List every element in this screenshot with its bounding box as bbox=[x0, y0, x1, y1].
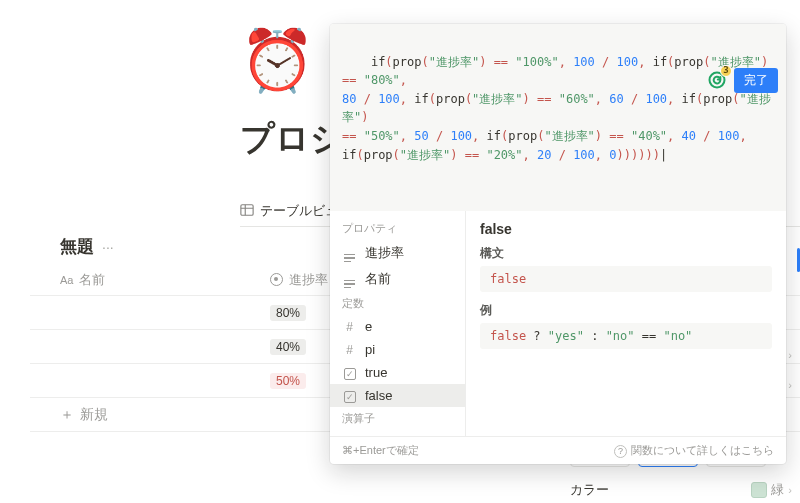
formula-footer: ⌘+Enterで確定 ?関数について詳しくはこちら bbox=[330, 436, 786, 464]
number-icon: # bbox=[342, 343, 357, 357]
syntax-body: false bbox=[480, 266, 772, 292]
chevron-right-icon: › bbox=[788, 379, 792, 391]
text-property-icon bbox=[342, 244, 357, 262]
formula-input[interactable]: if(prop("進捗率") == "100%", 100 / 100, if(… bbox=[330, 24, 786, 211]
reference-item-label: pi bbox=[365, 342, 375, 357]
section-operators: 演算子 bbox=[330, 407, 465, 430]
color-row[interactable]: カラー 緑 › bbox=[570, 475, 792, 503]
color-value: 緑 bbox=[771, 481, 784, 499]
chevron-right-icon: › bbox=[788, 484, 792, 496]
reference-item[interactable]: false bbox=[330, 384, 465, 407]
example-label: 例 bbox=[480, 302, 772, 319]
confirm-hint: ⌘+Enterで確定 bbox=[342, 443, 419, 458]
formula-editor-popover: if(prop("進捗率") == "100%", 100 / 100, if(… bbox=[330, 24, 786, 464]
checkbox-icon bbox=[342, 389, 357, 404]
reference-item-label: 進捗率 bbox=[365, 244, 404, 262]
section-properties: プロパティ bbox=[330, 217, 465, 240]
column-name-label: 名前 bbox=[79, 271, 105, 289]
reference-item[interactable]: 進捗率 bbox=[330, 240, 465, 266]
reference-item-label: e bbox=[365, 319, 372, 334]
syntax-label: 構文 bbox=[480, 245, 772, 262]
select-property-icon bbox=[270, 273, 283, 286]
svg-rect-0 bbox=[241, 204, 253, 215]
number-icon: # bbox=[342, 320, 357, 334]
formula-reference: プロパティ 進捗率名前 定数 #e#pitruefalse 演算子 false … bbox=[330, 211, 786, 436]
help-icon: ? bbox=[614, 445, 627, 458]
chevron-right-icon: › bbox=[788, 349, 792, 361]
text-property-icon bbox=[342, 270, 357, 288]
detail-title: false bbox=[480, 221, 772, 237]
formula-help-link[interactable]: ?関数について詳しくはこちら bbox=[614, 443, 774, 458]
column-header-name[interactable]: Aa 名前 bbox=[30, 271, 270, 289]
formula-reference-detail: false 構文 false 例 false ? "yes" : "no" ==… bbox=[466, 211, 786, 436]
plus-icon: ＋ bbox=[60, 406, 74, 424]
example-body: false ? "yes" : "no" == "no" bbox=[480, 323, 772, 349]
column-progress-label: 進捗率 bbox=[289, 271, 328, 289]
database-title-more[interactable]: ··· bbox=[102, 239, 114, 255]
section-constants: 定数 bbox=[330, 292, 465, 315]
done-button[interactable]: 完了 bbox=[734, 68, 778, 93]
reference-item[interactable]: #e bbox=[330, 315, 465, 338]
new-row-label: 新規 bbox=[80, 406, 108, 424]
grammarly-count: 3 bbox=[720, 65, 732, 77]
progress-tag: 50% bbox=[270, 373, 306, 389]
reference-item-label: 名前 bbox=[365, 270, 391, 288]
grammarly-icon[interactable]: 3 bbox=[706, 69, 728, 91]
progress-tag: 40% bbox=[270, 339, 306, 355]
title-property-icon: Aa bbox=[60, 274, 73, 286]
reference-item-label: false bbox=[365, 388, 392, 403]
reference-item[interactable]: true bbox=[330, 361, 465, 384]
reference-item[interactable]: 名前 bbox=[330, 266, 465, 292]
formula-reference-list: プロパティ 進捗率名前 定数 #e#pitruefalse 演算子 bbox=[330, 211, 466, 436]
checkbox-icon bbox=[342, 366, 357, 381]
color-label: カラー bbox=[570, 481, 609, 499]
progress-tag: 80% bbox=[270, 305, 306, 321]
table-view-icon bbox=[240, 203, 254, 220]
code-actions: 3 完了 bbox=[706, 68, 778, 93]
color-swatch-green bbox=[751, 482, 767, 498]
database-title[interactable]: 無題 bbox=[60, 235, 94, 258]
reference-item[interactable]: #pi bbox=[330, 338, 465, 361]
reference-item-label: true bbox=[365, 365, 387, 380]
